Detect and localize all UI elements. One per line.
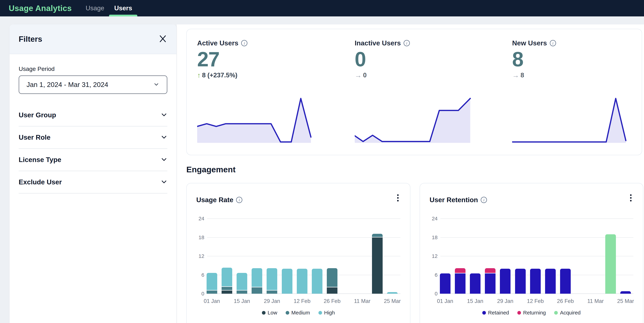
- chevron-down-icon: [161, 156, 167, 163]
- y-axis-tick: 24: [196, 216, 204, 222]
- legend-item-low[interactable]: Low: [262, 310, 277, 316]
- info-icon[interactable]: i: [236, 197, 242, 203]
- close-icon: [159, 35, 167, 44]
- nav-tabs: Usage Users: [81, 0, 137, 17]
- y-axis-tick: 12: [196, 253, 204, 259]
- bar-01-jan[interactable]: [206, 273, 217, 294]
- bar-22-jan[interactable]: [485, 268, 496, 294]
- bar-segment-high: [206, 273, 217, 290]
- accordion-license-type-label: License Type: [19, 156, 61, 164]
- bar-08-jan[interactable]: [222, 268, 232, 294]
- sparkline-active-users: [197, 96, 316, 144]
- bar-22-jan[interactable]: [252, 268, 262, 294]
- bar-25-mar[interactable]: [620, 291, 631, 294]
- bar-26-feb[interactable]: [560, 269, 571, 294]
- bar-segment-medium: [222, 287, 232, 290]
- bar-01-jan[interactable]: [440, 273, 450, 294]
- bar-15-jan[interactable]: [236, 273, 247, 294]
- accordion-user-role[interactable]: User Role: [19, 126, 167, 149]
- bar-segment-medium: [252, 287, 262, 294]
- close-filters-button[interactable]: [158, 35, 167, 44]
- legend-item-medium[interactable]: Medium: [286, 310, 310, 316]
- bar-segment-high: [222, 268, 232, 286]
- arrow-right-icon: →: [355, 71, 362, 79]
- bar-segment-acquired: [605, 234, 616, 294]
- gridline: [440, 256, 633, 256]
- bar-12-feb[interactable]: [297, 269, 308, 294]
- bar-26-feb[interactable]: [327, 268, 338, 294]
- kpi-active-users-delta: ↑ 8 (+237.5%): [197, 71, 316, 79]
- bar-19-feb[interactable]: [545, 269, 556, 294]
- usage-period-value: Jan 1, 2024 - Mar 31, 2024: [26, 81, 108, 89]
- filters-title: Filters: [19, 35, 42, 44]
- kebab-menu-icon[interactable]: [628, 193, 633, 203]
- legend-item-retained[interactable]: Retained: [482, 310, 509, 316]
- tab-users[interactable]: Users: [109, 0, 137, 17]
- accordion-user-role-label: User Role: [19, 134, 50, 141]
- bar-segment-high: [282, 269, 292, 294]
- bar-segment-high: [266, 268, 277, 290]
- info-icon[interactable]: i: [241, 40, 248, 46]
- plot-area: [440, 212, 633, 294]
- bar-segment-medium: [236, 290, 247, 294]
- bar-18-mar[interactable]: [605, 234, 616, 294]
- bar-segment-low: [372, 237, 383, 294]
- kebab-menu-icon[interactable]: [395, 193, 400, 203]
- active-tab-underline: [109, 15, 137, 17]
- x-axis-tick: 12 Feb: [527, 298, 544, 304]
- y-axis-tick: 0: [196, 291, 204, 297]
- usage-period-select[interactable]: Jan 1, 2024 - Mar 31, 2024: [19, 75, 167, 94]
- legend-label: Retained: [488, 310, 509, 316]
- y-axis-tick: 0: [430, 291, 438, 297]
- bar-segment-retained: [470, 273, 480, 294]
- bar-segment-low: [327, 287, 338, 294]
- bar-18-mar[interactable]: [372, 234, 383, 294]
- legend-label: Returning: [523, 310, 546, 316]
- kpi-new-users-delta: → 8: [512, 71, 631, 79]
- bar-25-mar[interactable]: [387, 292, 398, 294]
- x-axis-tick: 25 Mar: [384, 298, 400, 304]
- bar-segment-retained: [545, 269, 556, 294]
- bar-05-feb[interactable]: [282, 269, 292, 294]
- legend-dot: [482, 311, 486, 315]
- user-retention-chart: RetainedReturningAcquired 0612182401 Jan…: [430, 212, 633, 323]
- bar-05-feb[interactable]: [515, 269, 526, 294]
- bar-segment-medium: [372, 234, 383, 237]
- kpi-active-users-value: 27: [197, 48, 316, 71]
- chevron-down-icon: [161, 178, 167, 186]
- bar-15-jan[interactable]: [470, 273, 480, 294]
- accordion-user-group[interactable]: User Group: [19, 104, 167, 126]
- legend-label: Low: [268, 310, 277, 316]
- filters-panel: Filters Usage Period Jan 1, 2024 - Mar 3…: [10, 25, 177, 323]
- bar-segment-retained: [440, 273, 450, 294]
- chevron-down-icon: [161, 134, 167, 141]
- bar-29-jan[interactable]: [500, 269, 510, 294]
- legend-item-acquired[interactable]: Acquired: [554, 310, 580, 316]
- bar-29-jan[interactable]: [266, 268, 277, 294]
- bar-12-feb[interactable]: [530, 269, 541, 294]
- accordion-exclude-user[interactable]: Exclude User: [19, 171, 167, 193]
- bar-19-feb[interactable]: [312, 269, 322, 294]
- tab-usage[interactable]: Usage: [81, 0, 109, 17]
- plot-area: [207, 212, 400, 294]
- sparkline-inactive-users: [355, 96, 474, 144]
- info-icon[interactable]: i: [404, 40, 410, 46]
- sparkline-new-users: [512, 96, 631, 144]
- bar-segment-high: [312, 269, 322, 294]
- accordion-license-type[interactable]: License Type: [19, 149, 167, 171]
- x-axis-tick: 15 Jan: [467, 298, 483, 304]
- x-axis-tick: 11 Mar: [587, 298, 604, 304]
- bar-08-jan[interactable]: [455, 268, 466, 294]
- y-axis-tick: 18: [430, 234, 438, 240]
- kpi-active-users-label: Active Users: [197, 39, 238, 47]
- x-axis-tick: 15 Jan: [234, 298, 250, 304]
- legend-label: Acquired: [560, 310, 580, 316]
- legend-item-high[interactable]: High: [318, 310, 335, 316]
- legend-item-returning[interactable]: Returning: [517, 310, 546, 316]
- gridline: [440, 218, 633, 219]
- delta-text: 8: [520, 72, 524, 79]
- info-icon[interactable]: i: [550, 40, 556, 46]
- y-axis-tick: 12: [430, 253, 438, 259]
- info-icon[interactable]: i: [481, 197, 487, 203]
- app-title: Usage Analytics: [9, 4, 72, 13]
